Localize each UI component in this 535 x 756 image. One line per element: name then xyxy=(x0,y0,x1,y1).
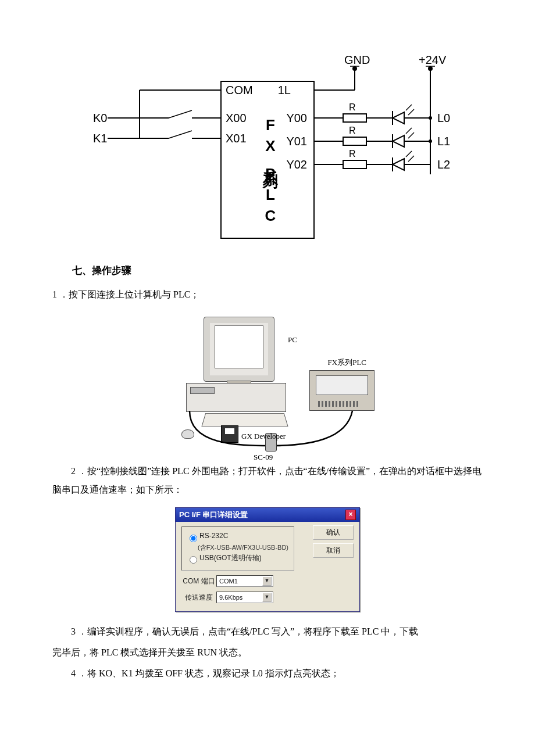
svg-text:R: R xyxy=(349,149,356,159)
label-pc: PC xyxy=(288,335,297,345)
rs232-radio[interactable] xyxy=(190,535,197,542)
close-icon[interactable]: × xyxy=(345,510,356,520)
svg-text:Y02: Y02 xyxy=(286,158,307,171)
svg-line-44 xyxy=(406,128,412,134)
svg-text:R: R xyxy=(349,102,356,112)
svg-line-34 xyxy=(406,105,412,110)
usb-radio[interactable] xyxy=(190,556,197,564)
svg-line-9 xyxy=(169,110,192,118)
dialog-title: PC I/F 串口详细设置 xyxy=(179,510,248,520)
label-plc: FX系列PLC xyxy=(328,357,366,368)
svg-text:Y01: Y01 xyxy=(286,135,307,148)
step-2: 2 ．按“控制接线图”连接 PLC 外围电路；打开软件，点击“在线/传输设置”，… xyxy=(52,462,483,499)
svg-line-35 xyxy=(408,109,414,115)
baud-rate-select[interactable]: 9.6Kbps ▼ xyxy=(216,592,273,603)
label-cable: SC-09 xyxy=(254,453,273,462)
monitor-icon xyxy=(204,317,274,382)
baud-rate-label: 传送速度 xyxy=(181,593,216,603)
pc-tower-icon xyxy=(186,383,286,412)
pc-to-plc-illustration: PC GX Developer FX系列PLC SC-09 xyxy=(151,312,384,452)
svg-point-59 xyxy=(429,139,432,143)
svg-text:L1: L1 xyxy=(437,135,450,148)
svg-text:K1: K1 xyxy=(93,132,107,145)
step-1: 1 ．按下图连接上位计算机与 PLC； xyxy=(52,285,483,304)
svg-line-13 xyxy=(169,131,192,138)
svg-text:COM: COM xyxy=(226,84,253,96)
svg-point-58 xyxy=(429,116,432,120)
svg-marker-32 xyxy=(393,112,404,124)
cable-icon xyxy=(184,410,358,450)
cancel-button[interactable]: 取消 xyxy=(313,543,354,558)
svg-text:1L: 1L xyxy=(278,84,291,96)
step-3-line1: 3 ．编译实训程序，确认无误后，点击“在线/PLC 写入”，将程序下载至 PLC… xyxy=(52,622,483,641)
plc-unit-icon xyxy=(309,370,374,411)
rs232-sublabel: (含FX-USB-AW/FX3U-USB-BD) xyxy=(196,543,290,552)
usb-label: USB(GOT透明传输) xyxy=(199,553,262,563)
svg-line-55 xyxy=(408,156,414,162)
svg-text:X00: X00 xyxy=(226,112,247,124)
step-3-line2: 完毕后，将 PLC 模式选择开关拨至 RUN 状态。 xyxy=(52,643,483,662)
chevron-down-icon[interactable]: ▼ xyxy=(262,576,272,586)
svg-text:Y00: Y00 xyxy=(286,112,307,124)
svg-text:R: R xyxy=(349,126,356,135)
plc-wiring-diagram: FX系列PLC COM X00 X01 K0 K1 1L Y00 Y01 Y02 xyxy=(52,52,483,246)
com-port-select[interactable]: COM1 ▼ xyxy=(216,575,273,587)
step-4: 4 ．将 KO、K1 均拨至 OFF 状态，观察记录 L0 指示灯点亮状态； xyxy=(52,664,483,683)
svg-line-54 xyxy=(406,151,412,157)
serial-settings-dialog: PC I/F 串口详细设置 × 确认 取消 RS-232C (含FX-USB-A… xyxy=(175,507,360,612)
svg-point-22 xyxy=(352,66,357,71)
rs232-label: RS-232C xyxy=(199,532,228,540)
svg-rect-29 xyxy=(343,114,366,122)
svg-marker-52 xyxy=(393,159,404,170)
svg-rect-49 xyxy=(343,160,366,169)
com-port-label: COM 端口 xyxy=(181,576,216,586)
label-gx: GX Developer xyxy=(241,432,286,441)
svg-marker-42 xyxy=(393,135,404,147)
svg-rect-39 xyxy=(343,137,366,145)
chevron-down-icon[interactable]: ▼ xyxy=(262,593,272,602)
interface-group: RS-232C (含FX-USB-AW/FX3U-USB-BD) USB(GOT… xyxy=(181,526,294,571)
svg-point-25 xyxy=(428,66,433,71)
svg-text:FX系列PLC: FX系列PLC xyxy=(262,116,279,228)
svg-text:+24V: +24V xyxy=(419,53,447,66)
ok-button[interactable]: 确认 xyxy=(313,525,354,540)
svg-text:L2: L2 xyxy=(437,158,450,171)
svg-text:X01: X01 xyxy=(226,132,247,145)
svg-text:GND: GND xyxy=(344,53,370,66)
svg-text:L0: L0 xyxy=(437,112,450,124)
svg-text:K0: K0 xyxy=(93,112,107,124)
section-7-title: 七、操作步骤 xyxy=(72,264,483,277)
svg-line-45 xyxy=(408,132,414,138)
